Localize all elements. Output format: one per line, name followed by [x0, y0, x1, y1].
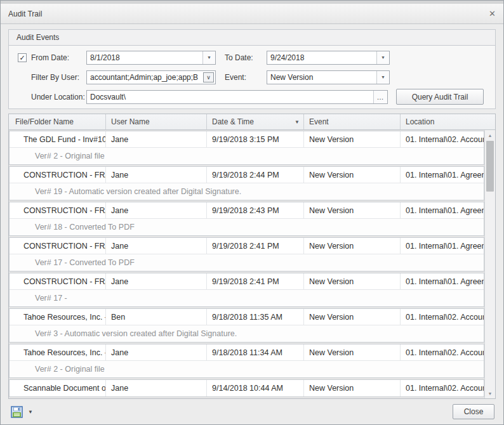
cell-user: Jane [106, 202, 207, 218]
scrollbar-thumb[interactable] [486, 141, 494, 192]
floppy-disk-icon [11, 406, 23, 418]
table-row[interactable]: CONSTRUCTION - FRANKE Jane 9/19/2018 2:4… [10, 273, 484, 290]
version-note-row: Ver# 17 - [10, 290, 484, 306]
cell-location: 01. Internal\02. Accounts\ [401, 131, 484, 147]
audit-row-group: CONSTRUCTION - FRANKE Jane 9/19/2018 2:4… [9, 202, 484, 236]
cell-event: New Version [304, 344, 401, 360]
close-button[interactable]: Close [453, 404, 494, 419]
cell-event: New Version [304, 167, 401, 183]
cell-location: 01. Internal\02. Accounts\ [401, 344, 484, 360]
cell-datetime: 9/18/2018 11:34 AM [207, 344, 304, 360]
cell-datetime: 9/19/2018 2:41 PM [207, 238, 304, 254]
audit-row-group: Scannable Document on A Jane 9/14/2018 1… [9, 379, 484, 397]
table-row[interactable]: CONSTRUCTION - FRANKE Jane 9/19/2018 2:4… [10, 238, 484, 254]
cell-datetime: 9/19/2018 3:15 PM [207, 131, 304, 147]
cell-location: 01. Internal\01. Agreemer [401, 238, 484, 254]
column-header-event[interactable]: Event [304, 114, 401, 129]
filter-by-user-input[interactable]: accountant;Admin;ap_joe;app;B ∨ [86, 70, 216, 84]
from-date-label: From Date: [31, 53, 86, 62]
close-icon[interactable]: ✕ [489, 10, 496, 18]
to-date-value: 9/24/2018 [267, 53, 376, 62]
version-note-row: Ver# 2 - Original file [10, 361, 484, 377]
table-row[interactable]: CONSTRUCTION - FRANKE Jane 9/19/2018 2:4… [10, 202, 484, 219]
from-date-checkbox[interactable]: ✓ [18, 53, 27, 62]
dialog-body: Audit Events ✓ From Date: 8/1/2018 ▼ To … [1, 24, 503, 399]
cell-datetime: 9/19/2018 2:44 PM [207, 167, 304, 183]
under-location-input[interactable]: Docsvault\ … [86, 90, 388, 104]
cell-event: New Version [304, 238, 401, 254]
cell-user: Jane [106, 131, 207, 147]
version-note-row: Ver# 17 - Converted To PDF [10, 254, 484, 271]
event-dropdown-icon[interactable]: ▼ [376, 71, 389, 84]
filter-by-user-value: accountant;Admin;ap_joe;app;B [87, 73, 203, 82]
cell-location: 01. Internal\01. Agreemer [401, 202, 484, 218]
sort-desc-icon: ▼ [295, 119, 300, 125]
cell-datetime: 9/18/2018 11:35 AM [207, 309, 304, 325]
audit-row-group: CONSTRUCTION - FRANKE Jane 9/19/2018 2:4… [9, 273, 484, 307]
cell-location: 01. Internal\02. Accounts\ [401, 309, 484, 325]
cell-event: New Version [304, 380, 401, 396]
table-row[interactable]: Tahoe Resources, Inc. - Ir Ben 9/18/2018… [10, 309, 484, 325]
cell-user: Jane [106, 380, 207, 396]
version-note-row: Ver# 3 - Automatic version created after… [10, 325, 484, 342]
audit-row-group: Tahoe Resources, Inc. - Ir Ben 9/18/2018… [9, 308, 484, 343]
under-location-value: Docsvault\ [87, 93, 373, 101]
audit-row-group: Tahoe Resources, Inc. - Ir Jane 9/18/201… [9, 344, 484, 378]
browse-location-icon[interactable]: … [373, 91, 387, 103]
column-header-file[interactable]: File/Folder Name [9, 114, 106, 129]
cell-file: CONSTRUCTION - FRANKE [10, 273, 106, 289]
column-header-user[interactable]: User Name [106, 114, 207, 129]
cell-event: New Version [304, 131, 401, 147]
vertical-scrollbar[interactable]: ▲ ▼ [484, 130, 495, 398]
save-export-icon[interactable] [10, 405, 23, 419]
filter-row-dates: ✓ From Date: 8/1/2018 ▼ To Date: 9/24/20… [18, 49, 486, 65]
column-header-datetime-label: Date & Time [212, 117, 254, 126]
cell-file: Scannable Document on A [10, 380, 106, 396]
cell-datetime: 9/19/2018 2:41 PM [207, 273, 304, 289]
cell-event: New Version [304, 273, 401, 289]
cell-file: Tahoe Resources, Inc. - Ir [10, 344, 106, 360]
audit-row-group: CONSTRUCTION - FRANKE Jane 9/19/2018 2:4… [9, 166, 484, 200]
filter-row-user-event: Filter By User: accountant;Admin;ap_joe;… [18, 69, 486, 85]
cell-user: Jane [106, 273, 207, 289]
to-date-input[interactable]: 9/24/2018 ▼ [267, 51, 390, 65]
scrollbar-track[interactable] [485, 140, 495, 388]
cell-file: CONSTRUCTION - FRANKE [10, 167, 106, 183]
to-date-label: To Date: [225, 53, 267, 62]
table-row[interactable]: Scannable Document on A Jane 9/14/2018 1… [10, 380, 484, 396]
cell-user: Jane [106, 238, 207, 254]
grid-header: File/Folder Name User Name Date & Time ▼… [9, 114, 495, 130]
cell-user: Jane [106, 167, 207, 183]
cell-event: New Version [304, 202, 401, 218]
scroll-up-icon[interactable]: ▲ [485, 130, 495, 140]
cell-location: 01. Internal\02. Accounts\ [401, 380, 484, 396]
title-bar: Audit Trail ✕ [1, 1, 503, 24]
column-header-location[interactable]: Location [401, 114, 495, 129]
cell-location: 01. Internal\01. Agreemer [401, 167, 484, 183]
to-date-dropdown-icon[interactable]: ▼ [376, 51, 389, 64]
audit-trail-dialog: Audit Trail ✕ Audit Events ✓ From Date: … [0, 0, 504, 425]
version-note-row: Ver# 19 - Automatic version created afte… [10, 183, 484, 200]
save-dropdown-caret-icon[interactable]: ▼ [28, 409, 33, 415]
event-input[interactable]: New Version ▼ [267, 70, 390, 84]
query-audit-trail-button[interactable]: Query Audit Trail [396, 89, 484, 105]
cell-file: CONSTRUCTION - FRANKE [10, 238, 106, 254]
scroll-down-icon[interactable]: ▼ [485, 388, 495, 398]
table-row[interactable]: Tahoe Resources, Inc. - Ir Jane 9/18/201… [10, 344, 484, 361]
under-location-label: Under Location: [31, 93, 86, 101]
grid-body: The GDL Fund - Inv#1024 Jane 9/19/2018 3… [9, 130, 495, 398]
column-header-datetime[interactable]: Date & Time ▼ [207, 114, 304, 129]
table-row[interactable]: CONSTRUCTION - FRANKE Jane 9/19/2018 2:4… [10, 167, 484, 183]
cell-file: CONSTRUCTION - FRANKE [10, 202, 106, 218]
cell-user: Jane [106, 344, 207, 360]
audit-events-panel: Audit Events ✓ From Date: 8/1/2018 ▼ To … [8, 29, 496, 109]
table-row[interactable]: The GDL Fund - Inv#1024 Jane 9/19/2018 3… [10, 131, 484, 148]
dialog-footer: ▼ Close [1, 399, 503, 424]
from-date-input[interactable]: 8/1/2018 ▼ [86, 51, 216, 65]
from-date-dropdown-icon[interactable]: ▼ [202, 51, 215, 64]
export-control[interactable]: ▼ [10, 405, 33, 419]
filter-row-location: Under Location: Docsvault\ … Query Audit… [18, 89, 486, 105]
filter-by-user-chevron-icon[interactable]: ∨ [203, 72, 214, 82]
cell-datetime: 9/19/2018 2:43 PM [207, 202, 304, 218]
cell-event: New Version [304, 309, 401, 325]
